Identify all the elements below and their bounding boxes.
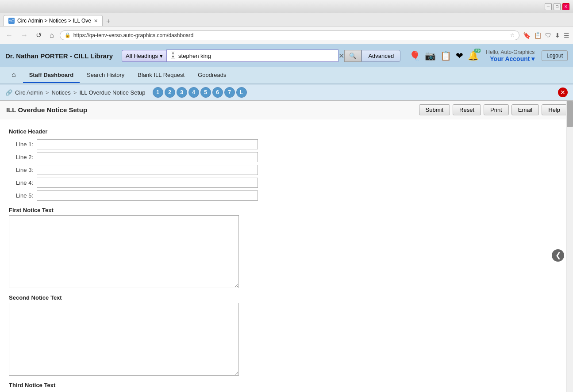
line-2-row: Line 2: [9, 152, 560, 162]
line-4-label: Line 4: [9, 179, 33, 186]
search-bar: All Headings ▾ 🗄 ✕ 🔍 Advanced [122, 49, 400, 62]
line-3-label: Line 3: [9, 167, 33, 173]
line-4-row: Line 4: [9, 178, 560, 188]
refresh-button[interactable]: ↺ [34, 30, 44, 40]
scrollbar-track[interactable] [566, 101, 573, 392]
first-notice-label: First Notice Text [9, 207, 560, 213]
first-notice-textarea[interactable] [9, 215, 239, 288]
line-2-input[interactable] [37, 152, 258, 162]
line-5-input[interactable] [37, 190, 258, 201]
sidebar-item-search-history[interactable]: Search History [81, 68, 131, 83]
step-button-l[interactable]: L [236, 87, 247, 98]
tab-bar: AG Circ Admin > Notices > ILL Ove ✕ + [0, 13, 573, 26]
forward-button[interactable]: → [19, 30, 30, 40]
line-5-row: Line 5: [9, 190, 560, 201]
new-tab-button[interactable]: + [104, 16, 113, 26]
breadcrumb-current: ILL Overdue Notice Setup [79, 89, 145, 96]
logout-button[interactable]: Logout [542, 50, 568, 61]
tab-favicon: AG [8, 18, 15, 24]
nav-item-home[interactable]: ⌂ [5, 67, 22, 84]
search-input[interactable] [178, 53, 335, 59]
nav-bar: ⌂ Staff Dashboard Search History Blank I… [0, 67, 573, 84]
maximize-button[interactable]: □ [554, 3, 561, 10]
close-panel-button[interactable]: ✕ [558, 88, 568, 97]
page-steps: 1 2 3 4 5 6 7 L [153, 87, 247, 98]
close-window-button[interactable]: ✕ [562, 3, 569, 10]
step-button-4[interactable]: 4 [188, 87, 199, 98]
third-notice-label: Third Notice Text [9, 382, 560, 388]
line-3-input[interactable] [37, 165, 258, 175]
breadcrumb-sep-2: > [73, 89, 77, 96]
line-2-label: Line 2: [9, 154, 33, 160]
list-icon[interactable]: 📋 [440, 50, 451, 61]
breadcrumb-bar: 🔗 Circ Admin > Notices > ILL Overdue Not… [0, 84, 573, 101]
help-button[interactable]: Help [542, 104, 567, 115]
search-type-label: All Headings [126, 53, 158, 59]
sidebar-item-staff-dashboard[interactable]: Staff Dashboard [23, 68, 80, 83]
step-button-3[interactable]: 3 [177, 87, 187, 98]
download-icon[interactable]: ⬇ [555, 32, 560, 39]
step-button-6[interactable]: 6 [212, 87, 223, 98]
search-type-dropdown[interactable]: All Headings ▾ [122, 50, 166, 62]
search-go-button[interactable]: 🔍 [344, 50, 361, 62]
address-icons: 🔖 📋 🛡 ⬇ ☰ [523, 32, 569, 39]
scrollbar-thumb[interactable] [567, 101, 573, 127]
header-icons: 🎈 📷 📋 ❤ 🔔 F9 [409, 50, 479, 61]
breadcrumb-notices[interactable]: Notices [51, 89, 70, 96]
step-button-1[interactable]: 1 [153, 87, 163, 98]
heart-icon[interactable]: ❤ [456, 50, 463, 61]
line-5-label: Line 5: [9, 192, 33, 199]
email-button[interactable]: Email [511, 104, 539, 115]
advanced-search-button[interactable]: Advanced [361, 50, 400, 62]
submit-button[interactable]: Submit [419, 104, 450, 115]
line-1-row: Line 1: [9, 139, 560, 149]
notice-header-label: Notice Header [9, 128, 560, 135]
account-area: Hello, Auto-Graphics Your Account ▾ [486, 49, 535, 62]
browser-tab-active[interactable]: AG Circ Admin > Notices > ILL Ove ✕ [4, 15, 103, 26]
breadcrumb-sep-1: > [46, 89, 49, 96]
panel-actions: Submit Reset Print Email Help [419, 104, 567, 115]
balloon-icon[interactable]: 🎈 [409, 50, 420, 61]
breadcrumb-link-icon: 🔗 [5, 89, 12, 96]
app-header: Dr. Nathan PORTER - CILL Library All Hea… [0, 44, 573, 67]
search-clear-button[interactable]: ✕ [338, 52, 344, 60]
your-account-link[interactable]: Your Account ▾ [490, 55, 535, 62]
star-icon[interactable]: ☆ [510, 32, 515, 38]
second-notice-label: Second Notice Text [9, 294, 560, 301]
url-bar[interactable]: 🔒 https://qa-tenv-verso.auto-graphics.co… [60, 30, 519, 40]
sidebar-item-goodreads[interactable]: Goodreads [192, 68, 232, 83]
window-chrome: ─ □ ✕ AG Circ Admin > Notices > ILL Ove … [0, 0, 573, 27]
home-icon: ⌂ [12, 71, 16, 79]
back-button[interactable]: ← [4, 30, 15, 40]
panel-header: ILL Overdue Notice Setup Submit Reset Pr… [0, 101, 573, 119]
step-button-2[interactable]: 2 [165, 87, 175, 98]
bell-badge: F9 [474, 49, 481, 53]
shield-icon[interactable]: 🛡 [545, 32, 551, 39]
home-button[interactable]: ⌂ [47, 30, 56, 40]
menu-icon[interactable]: ☰ [564, 32, 569, 39]
line-4-input[interactable] [37, 178, 258, 188]
tab-close-button[interactable]: ✕ [94, 18, 98, 24]
print-button[interactable]: Print [484, 104, 509, 115]
sidebar-item-blank-ill[interactable]: Blank ILL Request [131, 68, 191, 83]
reset-button[interactable]: Reset [453, 104, 481, 115]
url-text: https://qa-tenv-verso.auto-graphics.com/… [73, 32, 508, 38]
title-bar: ─ □ ✕ [0, 0, 573, 13]
address-bar: ← → ↺ ⌂ 🔒 https://qa-tenv-verso.auto-gra… [0, 27, 573, 44]
camera-icon[interactable]: 📷 [425, 50, 436, 61]
screenshot-icon[interactable]: 📋 [534, 32, 542, 39]
bell-icon[interactable]: 🔔 F9 [468, 50, 479, 61]
line-1-input[interactable] [37, 139, 258, 149]
minimize-button[interactable]: ─ [545, 3, 552, 10]
step-button-7[interactable]: 7 [224, 87, 235, 98]
second-notice-textarea[interactable] [9, 303, 239, 376]
window-controls: ─ □ ✕ [545, 3, 569, 10]
bookmark-icon[interactable]: 🔖 [523, 32, 531, 39]
tab-label: Circ Admin > Notices > ILL Ove [17, 18, 91, 24]
step-button-5[interactable]: 5 [200, 87, 211, 98]
database-icon: 🗄 [169, 52, 177, 60]
line-3-row: Line 3: [9, 165, 560, 175]
breadcrumb-circ-admin[interactable]: Circ Admin [15, 89, 43, 96]
chevron-down-icon: ▾ [160, 53, 163, 59]
back-chevron-button[interactable]: ❮ [552, 249, 564, 262]
